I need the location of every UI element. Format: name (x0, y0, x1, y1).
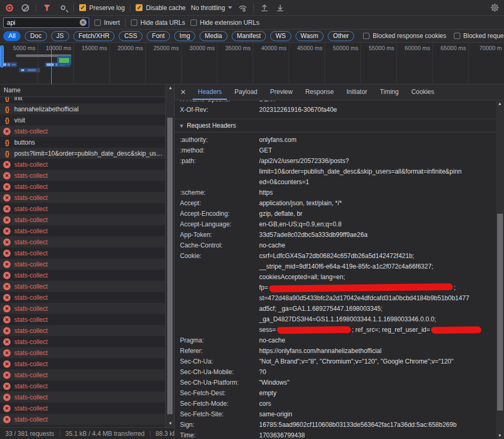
filter-checkbox-blocked-response-cookies[interactable]: Blocked response cookies (363, 32, 446, 40)
checkbox-label: Blocked response cookies (373, 32, 446, 40)
right-scrollbar[interactable]: ▲ ▼ (496, 101, 504, 439)
timeline-drag-handle[interactable] (0, 45, 4, 68)
request-row[interactable]: ✕stats-collect (0, 203, 165, 214)
throttling-dropdown[interactable]: No throttling (191, 4, 233, 12)
filter-checkbox-hide-extension-urls[interactable]: Hide extension URLs (191, 19, 260, 26)
blocked-request-icon: ✕ (3, 261, 11, 268)
disable-cache-checkbox[interactable]: ✓ Disable cache (136, 4, 185, 12)
scroll-down-icon[interactable]: ▼ (496, 433, 503, 439)
tab-response[interactable]: Response (300, 84, 339, 100)
left-scrollbar-thumb[interactable] (167, 118, 173, 414)
request-row[interactable]: ✕stats-collect (0, 347, 165, 358)
type-pill-manifest[interactable]: Manifest (232, 31, 266, 41)
request-row[interactable]: ✕stats-collect (0, 181, 165, 192)
preserve-log-checkbox[interactable]: ✓ Preserve log (79, 4, 125, 12)
type-pill-css[interactable]: CSS (119, 31, 142, 41)
type-pill-wasm[interactable]: Wasm (296, 31, 324, 41)
filter-bar: ✕ InvertHide data URLsHide extension URL… (0, 16, 504, 30)
request-row[interactable]: ✕stats-collect (0, 414, 165, 425)
type-pill-js[interactable]: JS (51, 31, 69, 41)
name-column-header[interactable]: Name (0, 84, 165, 97)
scroll-up-icon[interactable]: ▲ (496, 101, 503, 107)
request-row[interactable]: ✕stats-collect (0, 314, 165, 325)
record-button[interactable] (4, 3, 15, 13)
header-name: Sign: (175, 419, 259, 430)
filter-checkbox-blocked-requests[interactable]: Blocked requests (454, 32, 504, 40)
request-headers-section-header[interactable]: ▼Request Headers (175, 119, 496, 132)
type-pill-all[interactable]: All (3, 31, 21, 41)
request-row[interactable]: ✕stats-collect (0, 325, 165, 336)
request-row[interactable]: ✕stats-collect (0, 247, 165, 259)
type-pill-font[interactable]: Font (147, 31, 170, 41)
left-scrollbar[interactable]: ▲ ▼ (165, 84, 174, 427)
request-row[interactable]: ✕stats-collect (0, 214, 165, 225)
scroll-down-icon[interactable]: ▼ (167, 421, 174, 427)
request-row[interactable]: ✕stats-collect (0, 225, 165, 236)
header-name: :authority: (175, 135, 259, 145)
request-row[interactable]: ✕stats-collect (0, 358, 165, 369)
type-pill-other[interactable]: Other (328, 31, 354, 41)
redaction-scribble (269, 283, 453, 292)
filter-checkbox-hide-data-urls[interactable]: Hide data URLs (131, 19, 185, 26)
chevron-down-icon (228, 6, 232, 9)
clear-button[interactable] (20, 3, 31, 13)
close-icon[interactable]: ✕ (178, 87, 188, 98)
request-row[interactable]: ✕stats-collect (0, 236, 165, 247)
request-row[interactable]: ✕stats-collect (0, 192, 165, 203)
tab-cookies[interactable]: Cookies (406, 84, 439, 100)
tab-payload[interactable]: Payload (229, 84, 262, 100)
request-row-selected[interactable]: {}posts?limit=10&order=publish_date_desc… (0, 148, 165, 159)
header-value: cors (259, 398, 496, 409)
scroll-up-icon[interactable]: ▲ (167, 85, 174, 91)
clear-filter-icon[interactable]: ✕ (80, 19, 87, 26)
request-row[interactable]: ✕stats-collect (0, 281, 165, 292)
type-pill-doc[interactable]: Doc (25, 31, 46, 41)
tab-initiator[interactable]: Initiator (341, 84, 372, 100)
header-value: DENY (259, 101, 496, 104)
request-row[interactable]: ✕stats-collect (0, 303, 165, 314)
request-row[interactable]: ✕stats-collect (0, 392, 165, 403)
request-row[interactable]: ✕stats-collect (0, 259, 165, 270)
request-row[interactable]: ✕stats-collect (0, 403, 165, 414)
export-har-button[interactable] (275, 3, 286, 13)
timeline-tick-label: 30000 ms (182, 45, 215, 51)
request-row[interactable]: {}buttons (0, 137, 165, 148)
filter-checkbox-invert[interactable]: Invert (94, 19, 120, 26)
type-pill-ws[interactable]: WS (270, 31, 291, 41)
network-conditions-button[interactable] (237, 3, 248, 13)
type-pill-img[interactable]: Img (174, 31, 195, 41)
right-scrollbar-thumb[interactable] (497, 214, 503, 411)
tab-headers[interactable]: Headers (193, 84, 227, 100)
tab-preview[interactable]: Preview (265, 84, 298, 100)
search-button[interactable] (58, 3, 68, 13)
type-pill-fetch-xhr[interactable]: Fetch/XHR (73, 31, 115, 41)
header-value: gzip, deflate, br (259, 208, 496, 219)
request-row[interactable]: ✕stats-collect (0, 159, 165, 170)
request-row[interactable]: ✕stats-collect (0, 126, 165, 137)
settings-button[interactable] (489, 3, 500, 13)
request-row[interactable]: ✕stats-collect (0, 336, 165, 347)
request-row[interactable]: {}hannahelizabethofficial (0, 103, 165, 114)
filter-input-box[interactable]: ✕ (3, 17, 89, 28)
request-name: stats-collect (14, 250, 165, 257)
request-row[interactable]: ✕stats-collect (0, 292, 165, 303)
request-row[interactable]: ✕stats-collect (0, 270, 165, 281)
gear-icon (490, 3, 499, 12)
request-row[interactable]: ✕stats-collect (0, 369, 165, 380)
type-pills: AllDocJSFetch/XHRCSSFontImgMediaManifest… (3, 31, 354, 41)
request-row[interactable]: {}visit (0, 114, 165, 126)
filter-input[interactable] (7, 19, 80, 26)
header-value-line: limit=10&order=publish_date_desc&skip_us… (259, 166, 492, 177)
import-har-button[interactable] (259, 3, 270, 13)
blocked-request-icon: ✕ (3, 161, 11, 168)
timeline-gridline (217, 43, 217, 84)
filter-button[interactable] (42, 3, 52, 13)
request-name: stats-collect (14, 305, 165, 312)
tab-timing[interactable]: Timing (375, 84, 404, 100)
network-overview-timeline[interactable]: 5000 ms10000 ms15000 ms20000 ms25000 ms3… (0, 43, 504, 84)
request-row[interactable]: ✕stats-collect (0, 170, 165, 181)
request-row[interactable]: {}init (0, 97, 165, 103)
timeline-gridline (37, 43, 38, 84)
request-row[interactable]: ✕stats-collect (0, 380, 165, 392)
type-pill-media[interactable]: Media (199, 31, 227, 41)
